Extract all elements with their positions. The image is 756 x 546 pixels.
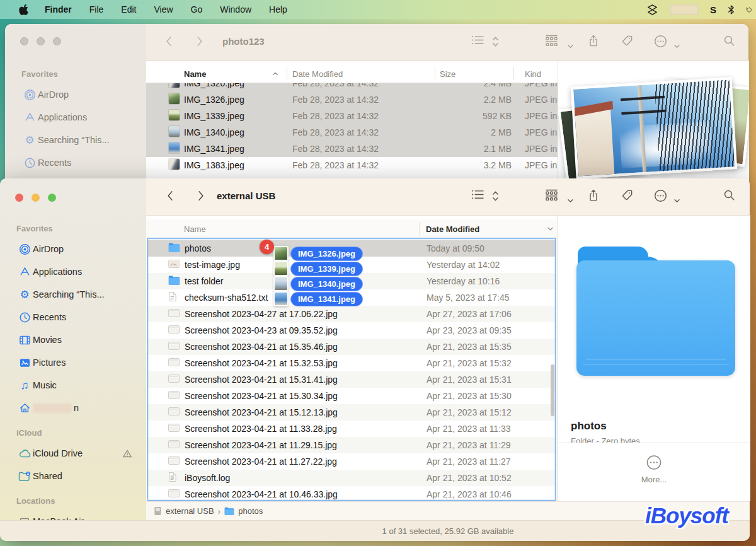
search-button[interactable] bbox=[723, 35, 735, 49]
menu-item-go[interactable]: Go bbox=[191, 4, 203, 15]
file-row-clipped[interactable]: Screenshot 2023-04-21 at 10.46.33.jpgApr… bbox=[148, 486, 555, 500]
forward-button[interactable] bbox=[197, 190, 205, 204]
column-header-date-modified[interactable]: Date Modified bbox=[426, 224, 479, 233]
minimize-button[interactable] bbox=[37, 37, 45, 45]
close-button[interactable] bbox=[20, 37, 28, 45]
film-icon bbox=[16, 335, 33, 346]
dragged-file-img-1339-jpeg: IMG_1339.jpeg bbox=[273, 261, 363, 276]
forward-button[interactable] bbox=[196, 35, 203, 50]
file-row[interactable]: Screenshot 2023-04-21 at 15.35.46.jpgApr… bbox=[148, 339, 555, 355]
sidebar-item-airdrop[interactable]: AirDrop bbox=[5, 83, 146, 106]
file-row[interactable]: IMG_1341.jpegFeb 28, 2023 at 14:322.1 MB… bbox=[146, 141, 558, 157]
file-row[interactable]: Screenshot 2023-04-21 at 11.29.15.jpgApr… bbox=[148, 437, 555, 453]
sidebar-item-recents[interactable]: Recents bbox=[0, 306, 146, 328]
view-switcher-chevrons[interactable] bbox=[492, 35, 499, 50]
column-header-name[interactable]: Name bbox=[184, 224, 206, 233]
column-header-date-modified[interactable]: Date Modified bbox=[292, 69, 343, 78]
sidebar-item-applications[interactable]: Applications bbox=[5, 106, 146, 129]
path-separator: › bbox=[218, 506, 221, 516]
minimize-button[interactable] bbox=[32, 194, 40, 202]
menu-item-help[interactable]: Help bbox=[269, 4, 287, 15]
column-header-size[interactable]: Size bbox=[440, 69, 455, 78]
more-button[interactable]: More... bbox=[558, 475, 750, 484]
path-item-label: external USB bbox=[166, 506, 214, 516]
ellipsis-icon[interactable] bbox=[646, 455, 662, 473]
column-header-kind[interactable]: Kind bbox=[525, 69, 541, 78]
sidebar-item-home[interactable]: n bbox=[0, 397, 146, 419]
file-row[interactable]: Screenshot 2023-04-21 at 11.27.22.jpgApr… bbox=[148, 453, 555, 470]
sidebar-item-movies[interactable]: Movies bbox=[0, 328, 146, 351]
share-button[interactable] bbox=[588, 189, 598, 204]
sidebar-item-shared[interactable]: Shared bbox=[0, 465, 146, 487]
file-row[interactable]: Screenshot 2023-04-27 at 17.06.22.jpgApr… bbox=[148, 306, 555, 322]
more-actions-button[interactable] bbox=[654, 189, 667, 205]
close-button[interactable] bbox=[15, 194, 23, 202]
file-row[interactable]: Screenshot 2023-04-21 at 15.30.34.jpgApr… bbox=[148, 388, 555, 404]
clock-icon bbox=[21, 157, 38, 169]
s-app-status-icon[interactable]: S bbox=[710, 4, 716, 15]
finder-window-photo123[interactable]: FavoritesAirDropApplications⚙Searching “… bbox=[5, 24, 748, 188]
more-actions-button[interactable] bbox=[654, 35, 667, 50]
zoom-button[interactable] bbox=[48, 194, 56, 202]
desktop-wallpaper: FinderFileEditViewGoWindowHelp S Favorit… bbox=[0, 0, 756, 546]
tag-button[interactable] bbox=[621, 35, 633, 49]
path-item-external-usb[interactable]: external USB bbox=[154, 506, 214, 516]
apple-icon[interactable] bbox=[19, 4, 28, 15]
sidebar-item-airdrop[interactable]: AirDrop bbox=[0, 238, 146, 260]
sidebar-item-searching-this[interactable]: ⚙Searching “This... bbox=[5, 129, 146, 151]
menu-status-area: S bbox=[646, 4, 750, 16]
file-row[interactable]: IMG_1340.jpegFeb 28, 2023 at 14:322 MBJP… bbox=[146, 124, 558, 141]
sidebar-item-pictures[interactable]: Pictures bbox=[0, 351, 146, 374]
tag-button[interactable] bbox=[621, 189, 633, 204]
menu-item-finder[interactable]: Finder bbox=[45, 4, 72, 15]
sidebar-item-searching-this[interactable]: ⚙Searching “This... bbox=[0, 283, 146, 306]
clipped-status-icon[interactable] bbox=[746, 4, 752, 16]
dragged-file-label: IMG_1339.jpeg bbox=[290, 262, 363, 276]
bluetooth-icon[interactable] bbox=[728, 4, 735, 15]
screenshot-file-icon bbox=[168, 489, 180, 499]
window-controls bbox=[15, 194, 56, 202]
file-row[interactable]: Screenshot 2023-04-21 at 15.31.41.jpgApr… bbox=[148, 371, 555, 388]
menu-item-view[interactable]: View bbox=[154, 4, 173, 15]
screenshot-file-icon bbox=[168, 456, 180, 467]
file-row[interactable]: IMG_1326.jpegFeb 28, 2023 at 14:322.2 MB… bbox=[146, 91, 558, 108]
layers-icon[interactable] bbox=[646, 4, 658, 16]
file-row[interactable]: Screenshot 2023-04-21 at 15.12.13.jpgApr… bbox=[148, 404, 555, 421]
file-row[interactable]: Screenshot 2023-04-21 at 15.32.53.jpgApr… bbox=[148, 355, 555, 371]
view-as-list-button[interactable] bbox=[471, 189, 484, 202]
column-header-name[interactable]: Name bbox=[184, 69, 206, 78]
chevron-down-icon[interactable] bbox=[673, 40, 680, 51]
file-row[interactable]: IMG_1383.jpegFeb 28, 2023 at 14:323.2 MB… bbox=[146, 157, 558, 173]
file-row-clipped[interactable]: IMG_1320.jpegFeb 28, 2023 at 14:322.4 MB… bbox=[146, 82, 558, 91]
share-button[interactable] bbox=[588, 35, 598, 50]
photo-forest bbox=[169, 93, 180, 106]
file-row[interactable]: Screenshot 2023-04-23 at 09.35.52.jpgApr… bbox=[148, 322, 555, 339]
sidebar-item-icloud-drive[interactable]: iCloud Drive bbox=[0, 442, 146, 465]
menu-item-edit[interactable]: Edit bbox=[121, 4, 136, 15]
file-row[interactable]: iBoysoft.logApr 21, 2023 at 10:52 bbox=[148, 470, 555, 486]
chevron-down-icon[interactable] bbox=[673, 194, 680, 206]
zoom-button[interactable] bbox=[53, 37, 61, 45]
sidebar-item-applications[interactable]: Applications bbox=[0, 260, 146, 283]
chevron-down-icon[interactable] bbox=[567, 40, 574, 51]
file-row[interactable]: IMG_1339.jpegFeb 28, 2023 at 14:32592 KB… bbox=[146, 108, 558, 124]
group-button[interactable] bbox=[545, 189, 558, 203]
view-as-list-button[interactable] bbox=[471, 35, 484, 48]
sidebar-item-recents[interactable]: Recents bbox=[5, 151, 146, 174]
view-switcher-chevrons[interactable] bbox=[492, 190, 499, 205]
vertical-scrollbar[interactable] bbox=[551, 364, 554, 416]
sidebar-item-music[interactable]: ♫Music bbox=[0, 374, 146, 397]
finder-window-external-usb[interactable]: FavoritesAirDropApplications⚙Searching “… bbox=[0, 178, 750, 541]
iboysoft-watermark: iBoysoft bbox=[627, 501, 747, 531]
menu-item-window[interactable]: Window bbox=[220, 4, 251, 15]
search-button[interactable] bbox=[723, 189, 735, 204]
path-item-photos[interactable]: photos bbox=[224, 506, 263, 516]
file-row[interactable]: Screenshot 2023-04-21 at 11.33.28.jpgApr… bbox=[148, 421, 555, 437]
chevron-down-icon[interactable] bbox=[567, 194, 574, 206]
group-button[interactable] bbox=[545, 35, 558, 49]
menu-item-file[interactable]: File bbox=[89, 4, 104, 15]
sidebar-item-label: Searching “This... bbox=[38, 135, 110, 145]
back-button[interactable] bbox=[165, 35, 173, 50]
sidebar-section-header-favorites: Favorites bbox=[0, 223, 146, 235]
back-button[interactable] bbox=[166, 190, 174, 204]
